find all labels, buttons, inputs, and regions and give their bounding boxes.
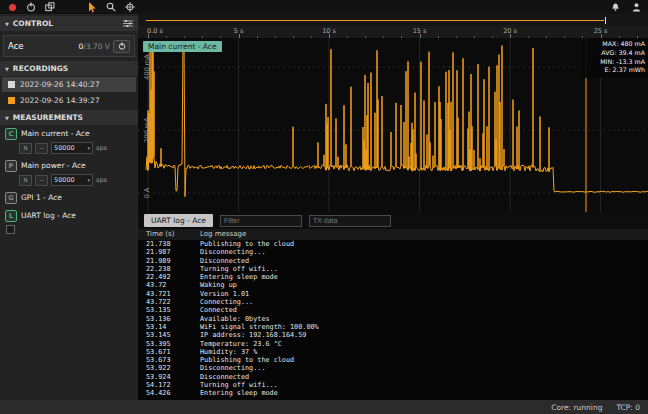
numeric-display-toggle[interactable]: N (19, 175, 32, 186)
log-row: 22.492Entering sleep mode (138, 273, 648, 281)
recordings-section-header[interactable]: ▼ RECORDINGS (0, 61, 138, 76)
tx-data-input[interactable] (309, 215, 391, 227)
measurement-row[interactable]: CMain current - Ace (0, 127, 138, 140)
log-message: Turning off wifi... (200, 265, 278, 273)
uart-log-list[interactable]: 21.738Publishing to the cloud21.987Disco… (138, 240, 648, 400)
chevron-down-icon: ▾ (87, 177, 90, 183)
stat-energy: E: 2.37 mWh (585, 66, 645, 75)
record-icon[interactable] (6, 2, 18, 13)
collapse-icon: ▼ (5, 115, 9, 121)
notifications-icon[interactable] (609, 2, 621, 13)
log-row: 43.72Waking up (138, 281, 648, 289)
recording-item[interactable]: 2022-09-26 14:40:27 (2, 77, 136, 92)
log-row: 21.989Disconnected (138, 257, 648, 265)
filter-input[interactable] (220, 215, 302, 227)
log-message: Connecting... (200, 298, 253, 306)
log-time: 54.426 (146, 389, 171, 397)
log-message: Temperature: 23.6 °C (200, 340, 282, 348)
log-message: Disconnecting... (200, 364, 265, 372)
log-message: Disconnecting... (200, 248, 265, 256)
y-axis-tick-label: 0 A (143, 188, 151, 199)
recording-label: 2022-09-26 14:39:27 (20, 96, 100, 105)
stat-max: MAX: 480 mA (585, 40, 645, 49)
numeric-display-toggle[interactable]: N (19, 143, 32, 154)
log-message: Disconnected (200, 373, 249, 381)
tab-uart-log[interactable]: UART log - Ace (144, 214, 213, 227)
recording-item[interactable]: 2022-09-26 14:39:27 (2, 93, 136, 108)
waveform-display-toggle[interactable]: ~ (35, 175, 48, 186)
measurement-type-icon: L (5, 210, 17, 222)
titlebar (0, 0, 648, 14)
log-time: 43.722 (146, 298, 171, 306)
log-row: 21.987Disconnecting... (138, 248, 648, 256)
zoom-tool-icon[interactable] (105, 2, 117, 13)
core-status: Core: running (551, 403, 602, 412)
log-message: Waking up (200, 281, 237, 289)
measurement-item: LUART log - Ace (0, 207, 138, 237)
log-time: 54.172 (146, 381, 171, 389)
measurements-section-header[interactable]: ▼ MEASUREMENTS (0, 110, 138, 125)
main-area: 0.0 s5 s10 s15 s20 s25 s 400 mA200 mA0 A… (138, 14, 648, 400)
time-tick-label: 5 s (234, 27, 244, 35)
log-message: Turning off wifi... (200, 381, 278, 389)
chart-series-tag[interactable]: Main current - Ace (143, 41, 222, 52)
waveform-display-toggle[interactable]: ~ (35, 143, 48, 154)
sample-rate-dropdown[interactable]: 50000▾ (51, 174, 93, 186)
device-power-button[interactable] (113, 40, 130, 53)
measurement-type-icon: C (5, 128, 17, 140)
y-axis-tick-label: 400 mA (143, 54, 151, 79)
crosshair-tool-icon[interactable] (124, 2, 136, 13)
log-time: 21.738 (146, 240, 171, 248)
recording-color-icon (8, 81, 15, 88)
log-row: 22.238Turning off wifi... (138, 265, 648, 273)
pointer-tool-icon[interactable] (86, 2, 98, 13)
log-time: 53.136 (146, 315, 171, 323)
device-voltage: 0/3.70 V (78, 42, 110, 51)
settings-sliders-icon[interactable] (123, 19, 133, 28)
measurement-row[interactable]: GGPI 1 - Ace (0, 191, 138, 204)
log-time: 53.924 (146, 373, 171, 381)
time-tick-label: 15 s (413, 27, 427, 35)
time-tick-label: 0.0 s (147, 27, 163, 35)
log-row: 54.172Turning off wifi... (138, 381, 648, 389)
collapse-icon: ▼ (5, 66, 9, 72)
overview-position-marker (605, 17, 606, 24)
measurement-row[interactable]: PMain power - Ace (0, 159, 138, 172)
log-row: 53.145IP address: 192.168.164.59 (138, 331, 648, 339)
recordings-section-label: RECORDINGS (13, 64, 68, 73)
log-message: Available: 0bytes (200, 315, 270, 323)
windows-layout-icon[interactable] (44, 2, 56, 13)
control-section-header[interactable]: ▼ CONTROL (0, 16, 138, 31)
measurement-checkbox[interactable] (6, 225, 15, 234)
measurement-label: UART log - Ace (21, 211, 76, 220)
log-time: 22.238 (146, 265, 171, 273)
measurement-type-icon: P (5, 160, 17, 172)
measurement-row[interactable]: LUART log - Ace (0, 209, 138, 222)
current-chart[interactable]: 400 mA200 mA0 A Main current - Ace MAX: … (138, 38, 648, 212)
collapse-icon: ▼ (5, 21, 9, 27)
power-toggle-icon[interactable] (25, 2, 37, 13)
time-tick-label: 25 s (594, 27, 608, 35)
log-message: Publishing to the cloud (200, 356, 294, 364)
sample-rate-value: 50000 (54, 176, 75, 184)
status-bar: Core: running TCP: 0 (0, 400, 648, 414)
device-card[interactable]: Ace 0/3.70 V (3, 35, 135, 57)
record-dot-icon (9, 4, 16, 11)
log-time: 21.987 (146, 248, 171, 256)
log-time: 53.395 (146, 340, 171, 348)
recording-label: 2022-09-26 14:40:27 (20, 80, 100, 89)
y-axis-tick-label: 200 mA (143, 117, 151, 142)
log-message: Connected (200, 306, 237, 314)
sample-rate-dropdown[interactable]: 50000▾ (51, 142, 93, 154)
user-icon[interactable] (630, 2, 642, 13)
log-message: WiFi signal strength: 100.00% (200, 323, 319, 331)
stat-min: MIN: -13.3 mA (585, 58, 645, 67)
log-time: 53.145 (146, 331, 171, 339)
log-row: 43.721Version 1.01 (138, 290, 648, 298)
recording-overview-strip[interactable] (138, 14, 648, 26)
log-row: 53.924Disconnected (138, 373, 648, 381)
measurements-section-label: MEASUREMENTS (13, 113, 83, 122)
current-waveform-svg (138, 38, 648, 212)
tcp-status: TCP: 0 (616, 403, 640, 412)
sidebar: ▼ CONTROL Ace 0/3.70 V ▼ RECORDINGS 2022… (0, 14, 139, 400)
